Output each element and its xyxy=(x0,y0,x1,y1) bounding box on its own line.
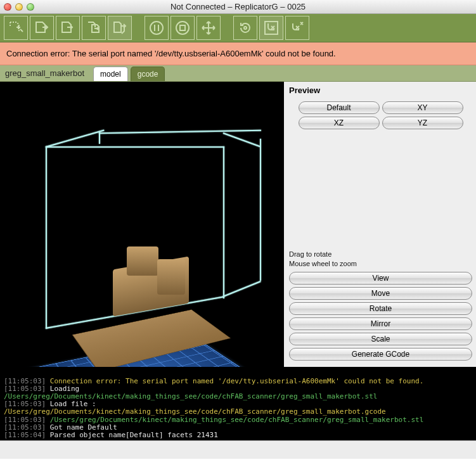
stop-button[interactable] xyxy=(170,16,195,40)
yz-view-button[interactable]: YZ xyxy=(382,117,463,129)
titlebar: Not Connected – ReplicatorG – 0025 xyxy=(0,0,476,14)
open-button[interactable] xyxy=(30,16,54,40)
tab-bar: greg_small_makerbot model gcode xyxy=(0,65,476,82)
preview-heading: Preview xyxy=(289,86,472,95)
reset-button[interactable] xyxy=(233,16,257,40)
mirror-button[interactable]: Mirror xyxy=(289,317,472,330)
view-button[interactable]: View xyxy=(289,272,472,285)
tab-model[interactable]: model xyxy=(93,67,128,81)
window-title: Not Connected – ReplicatorG – 0025 xyxy=(0,2,476,11)
file-name: greg_small_makerbot xyxy=(5,68,84,78)
model-viewport[interactable] xyxy=(0,82,284,367)
scale-button[interactable]: Scale xyxy=(289,333,472,345)
toolbar xyxy=(0,14,476,42)
control-panel-button[interactable] xyxy=(259,16,283,40)
footer xyxy=(0,440,476,459)
error-banner: Connection error: The serial port named … xyxy=(0,42,476,65)
generate-gcode-button[interactable]: Generate GCode xyxy=(289,348,472,361)
pause-button[interactable] xyxy=(145,16,169,40)
move-button[interactable]: Move xyxy=(289,287,472,300)
save-button[interactable] xyxy=(56,16,80,40)
rotate-button[interactable]: Rotate xyxy=(289,302,472,315)
new-button[interactable] xyxy=(4,16,28,40)
svg-rect-2 xyxy=(180,25,185,30)
preview-panel: Preview Default XY XZ YZ Drag to rotate … xyxy=(284,82,476,367)
svg-point-1 xyxy=(176,22,189,34)
xy-view-button[interactable]: XY xyxy=(382,101,463,114)
build-button[interactable] xyxy=(108,16,132,40)
tab-gcode[interactable]: gcode xyxy=(131,67,165,81)
svg-point-3 xyxy=(244,27,247,29)
default-view-button[interactable]: Default xyxy=(299,101,380,114)
hint-zoom: Mouse wheel to zoom xyxy=(289,259,472,268)
console: [11:05:03] Connection error: The serial … xyxy=(0,367,476,440)
move-tool-button[interactable] xyxy=(196,16,221,40)
svg-point-0 xyxy=(150,22,163,34)
hint-rotate: Drag to rotate xyxy=(289,250,472,259)
export-button[interactable] xyxy=(82,16,106,40)
svg-rect-4 xyxy=(265,22,278,34)
disconnect-button[interactable] xyxy=(285,16,309,40)
xz-view-button[interactable]: XZ xyxy=(299,117,380,129)
